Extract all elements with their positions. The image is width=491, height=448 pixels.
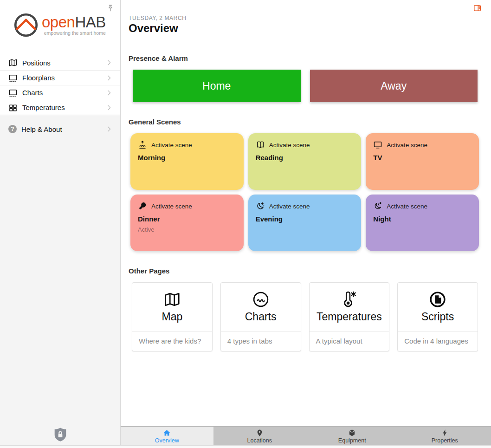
help-section: ? Help & About bbox=[0, 122, 120, 136]
sidebar-item-floorplans[interactable]: Floorplans bbox=[0, 70, 120, 85]
pin-icon[interactable] bbox=[106, 4, 115, 13]
moon-stars-icon bbox=[256, 201, 265, 211]
section-heading: Presence & Alarm bbox=[129, 54, 491, 62]
page-card-main: Map bbox=[132, 283, 212, 331]
sidebar-item-label: Charts bbox=[22, 89, 105, 97]
scene-name: TV bbox=[373, 154, 472, 162]
scene-name: Night bbox=[373, 215, 472, 223]
away-button[interactable]: Away bbox=[310, 70, 478, 102]
scene-card-head: Activate scene bbox=[373, 201, 472, 211]
scene-card-head: Activate scene bbox=[138, 140, 236, 149]
scene-card-tv[interactable]: Activate scene TV bbox=[366, 133, 479, 190]
sidebar-item-label: Floorplans bbox=[22, 74, 105, 82]
page-card-main: Scripts bbox=[398, 283, 478, 331]
openhab-app: openHAB empowering the smart home Positi… bbox=[0, 0, 491, 448]
chevron-right-icon bbox=[105, 125, 113, 133]
scene-name: Evening bbox=[256, 215, 354, 223]
home-button[interactable]: Home bbox=[133, 70, 301, 102]
tab-label: Equipment bbox=[338, 437, 366, 444]
section-heading: Other Pages bbox=[129, 267, 491, 275]
other-pages-section: Other Pages Map Where are the kids? Char… bbox=[121, 267, 491, 351]
thermometer-icon bbox=[340, 291, 358, 308]
scene-card-dinner[interactable]: Activate scene Dinner Active bbox=[130, 195, 244, 251]
scene-card-head: Activate scene bbox=[256, 201, 354, 211]
page-card-title: Scripts bbox=[421, 311, 454, 323]
scene-card-head: Activate scene bbox=[256, 140, 354, 149]
scene-card-night[interactable]: Activate scene Night bbox=[366, 195, 479, 251]
drumstick-icon bbox=[138, 201, 147, 211]
scene-action-label: Activate scene bbox=[387, 142, 427, 149]
openhab-logo: openHAB empowering the smart home bbox=[0, 0, 120, 38]
chart-circle-icon bbox=[252, 291, 270, 308]
scene-action-label: Activate scene bbox=[387, 203, 427, 210]
page-card-charts[interactable]: Charts 4 types in tabs bbox=[220, 282, 301, 351]
general-scenes-section: General Scenes Activate scene Morning Ac… bbox=[121, 118, 491, 251]
admin-lock-icon[interactable] bbox=[52, 426, 69, 443]
page-card-title: Map bbox=[162, 311, 183, 323]
page-card-title: Charts bbox=[245, 311, 277, 323]
brand-open: open bbox=[42, 13, 75, 31]
tab-locations[interactable]: Locations bbox=[213, 427, 306, 445]
scene-card-morning[interactable]: Activate scene Morning bbox=[130, 133, 244, 190]
scene-action-label: Activate scene bbox=[269, 203, 310, 210]
main-content: TUESDAY, 2 MARCH Overview Presence & Ala… bbox=[121, 0, 491, 426]
presence-buttons: Home Away bbox=[133, 70, 478, 102]
tv-icon bbox=[373, 140, 382, 149]
book-icon bbox=[256, 140, 265, 149]
map-icon bbox=[8, 58, 18, 67]
sidebar-item-help-about[interactable]: ? Help & About bbox=[0, 122, 120, 136]
scene-name: Morning bbox=[138, 154, 236, 162]
tab-overview[interactable]: Overview bbox=[121, 427, 213, 445]
brand-tagline: empowering the smart home bbox=[42, 30, 106, 36]
sidebar-item-charts[interactable]: Charts bbox=[0, 85, 120, 100]
scene-card-evening[interactable]: Activate scene Evening bbox=[248, 195, 362, 251]
tab-equipment[interactable]: Equipment bbox=[306, 427, 399, 445]
sidebar: openHAB empowering the smart home Positi… bbox=[0, 0, 121, 448]
page-card-main: Temperatures bbox=[310, 283, 389, 331]
openhab-wordmark: openHAB empowering the smart home bbox=[42, 14, 106, 36]
location-icon bbox=[256, 429, 264, 437]
sidebar-item-label: Help & About bbox=[21, 125, 105, 133]
brand-hab: HAB bbox=[75, 13, 105, 31]
section-heading: General Scenes bbox=[129, 118, 491, 126]
page-card-title: Temperatures bbox=[317, 311, 382, 323]
chevron-right-icon bbox=[105, 89, 113, 97]
tab-label: Properties bbox=[432, 437, 458, 444]
lightning-icon bbox=[441, 429, 449, 437]
sidebar-item-label: Positions bbox=[22, 59, 105, 67]
chevron-right-icon bbox=[105, 74, 113, 82]
page-header: TUESDAY, 2 MARCH Overview bbox=[121, 0, 491, 35]
scene-card-head: Activate scene bbox=[373, 140, 472, 149]
help-icon: ? bbox=[8, 125, 17, 133]
display-icon bbox=[8, 88, 18, 97]
tab-properties[interactable]: Properties bbox=[399, 427, 491, 445]
moon-zz-icon bbox=[373, 201, 382, 211]
script-icon bbox=[429, 291, 446, 308]
scene-card-reading[interactable]: Activate scene Reading bbox=[248, 133, 362, 190]
scene-card-head: Activate scene bbox=[138, 201, 236, 211]
page-card-footer: A typical layout bbox=[310, 331, 389, 351]
page-card-footer: Where are the kids? bbox=[132, 331, 212, 351]
chevron-right-icon bbox=[105, 104, 113, 111]
sidebar-item-temperatures[interactable]: Temperatures bbox=[0, 100, 120, 115]
scene-grid: Activate scene Morning Activate scene Re… bbox=[130, 133, 479, 251]
pages-grid: Map Where are the kids? Charts 4 types i… bbox=[132, 282, 478, 351]
page-card-footer: 4 types in tabs bbox=[221, 331, 301, 351]
presence-alarm-section: Presence & Alarm Home Away bbox=[121, 54, 491, 102]
bottom-strip bbox=[0, 445, 491, 448]
display-icon bbox=[8, 73, 18, 83]
sidebar-item-positions[interactable]: Positions bbox=[0, 55, 120, 70]
scene-status: Active bbox=[138, 226, 236, 233]
scene-action-label: Activate scene bbox=[151, 203, 192, 210]
page-card-temperatures[interactable]: Temperatures A typical layout bbox=[309, 282, 390, 351]
page-card-scripts[interactable]: Scripts Code in 4 languages bbox=[397, 282, 478, 351]
page-card-main: Charts bbox=[221, 283, 301, 331]
sidebar-menu: Positions Floorplans Charts Temperatures bbox=[0, 55, 120, 115]
page-card-map[interactable]: Map Where are the kids? bbox=[132, 282, 213, 351]
home-icon bbox=[163, 429, 171, 437]
right-panel-toggle-icon[interactable] bbox=[473, 4, 482, 12]
chevron-right-icon bbox=[105, 59, 113, 66]
scene-action-label: Activate scene bbox=[269, 142, 310, 149]
map-icon bbox=[163, 291, 181, 308]
tab-label: Overview bbox=[155, 437, 179, 444]
